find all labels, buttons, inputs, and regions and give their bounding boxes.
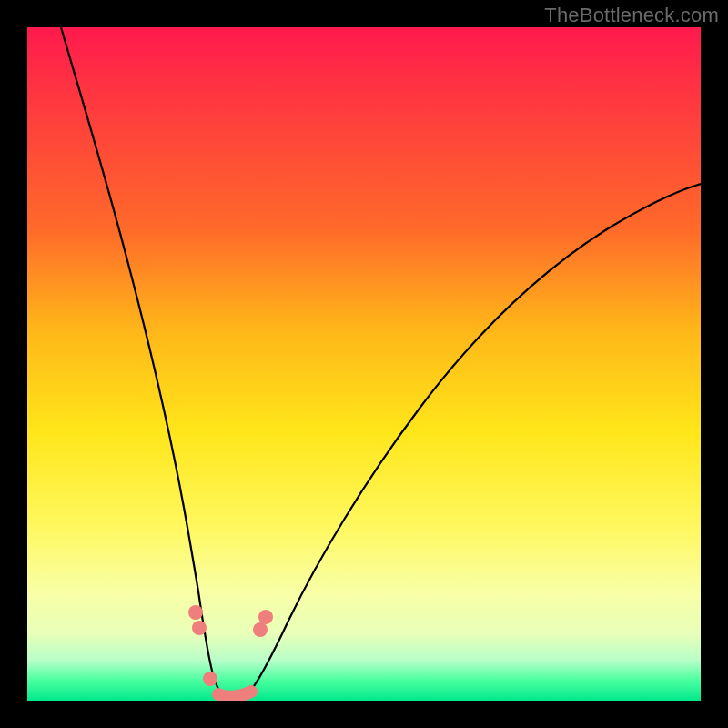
watermark-text: TheBottleneck.com [544, 4, 719, 27]
marker-left-1 [188, 605, 203, 620]
bottleneck-curve [61, 27, 701, 700]
trough-segment [218, 692, 251, 697]
marker-right-2 [258, 610, 273, 624]
curve-layer [27, 27, 701, 701]
chart-frame: TheBottleneck.com [0, 0, 728, 728]
marker-right-1 [253, 622, 268, 637]
marker-left-2 [192, 621, 207, 635]
marker-left-3 [203, 672, 217, 686]
plot-area [27, 27, 701, 701]
